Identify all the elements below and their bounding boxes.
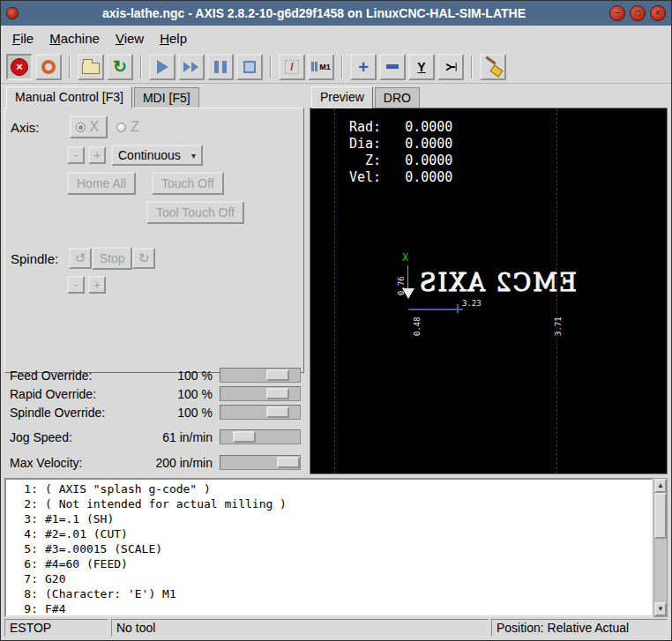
extent-dim-323: 3.23 <box>462 299 482 308</box>
spindle-override-slider[interactable] <box>220 405 301 420</box>
run-step-button[interactable] <box>178 54 205 80</box>
feed-override-value: 100 % <box>144 369 220 383</box>
toolbar-separator <box>341 56 343 78</box>
gcode-line[interactable]: 1:( AXIS "splash g-code" ) <box>6 481 652 496</box>
estop-button[interactable]: × <box>6 54 33 80</box>
tab-preview[interactable]: Preview <box>311 86 373 108</box>
gcode-line[interactable]: 7:G20 <box>6 571 652 586</box>
gcode-area: 1:( AXIS "splash g-code" ) 2:( Not inten… <box>4 478 668 617</box>
tab-dro[interactable]: DRO <box>375 87 420 108</box>
status-estop: ESTOP <box>4 619 108 637</box>
spindle-stop-button[interactable]: Stop <box>92 247 132 270</box>
gcode-line[interactable]: 8:(Character: 'E') M1 <box>6 586 652 601</box>
rapid-override-row: Rapid Override: 100 % <box>10 384 302 403</box>
spindle-forward-button[interactable]: ↻ <box>132 248 155 269</box>
gcode-line[interactable]: 9:F#4 <box>6 601 652 616</box>
zoom-out-button[interactable] <box>379 54 406 80</box>
line-number: 4: <box>6 526 38 541</box>
slider-handle[interactable] <box>233 431 256 443</box>
feed-override-slider[interactable] <box>220 368 301 383</box>
optional-pause-icon: M1 <box>311 62 331 71</box>
tool-touch-off-button[interactable]: Tool Touch Off <box>146 201 244 224</box>
view-y2-button[interactable]: Y <box>437 54 464 80</box>
max-velocity-slider[interactable] <box>220 455 301 470</box>
axis-window: axis-lathe.ngc - AXIS 2.8.2-10-g6d29f145… <box>0 0 672 641</box>
spindle-override-label: Spindle Override: <box>10 406 105 420</box>
skip-lines-toggle-button[interactable]: / <box>279 54 305 80</box>
z-axis-line <box>408 309 463 310</box>
gcode-line[interactable]: 3:#1=.1 (SH) <box>6 511 652 526</box>
right-panel: Preview DRO Rad: 0.0000Dia: 0.0000 Z: 0.… <box>310 86 668 474</box>
tab-manual-control[interactable]: Manual Control [F3] <box>6 86 132 108</box>
minimize-button[interactable]: − <box>609 5 625 21</box>
spindle-reverse-button[interactable]: ↺ <box>69 248 92 269</box>
gcode-line[interactable]: 4:#2=.01 (CUT) <box>6 526 652 541</box>
scroll-down-icon[interactable]: ▼ <box>654 602 667 616</box>
optional-pause-toggle-button[interactable]: M1 <box>308 54 334 80</box>
run-program-button[interactable] <box>149 54 175 80</box>
line-number: 5: <box>6 541 38 556</box>
tab-mdi[interactable]: MDI [F5] <box>134 87 199 108</box>
jog-plus-button[interactable]: + <box>88 146 106 164</box>
scroll-trough[interactable] <box>654 493 667 602</box>
rapid-override-slider[interactable] <box>220 386 301 401</box>
clear-plot-button[interactable] <box>480 54 506 80</box>
tool-touch-off-row: Tool Touch Off <box>146 201 298 224</box>
right-tabs: Preview DRO <box>310 86 668 108</box>
maximize-button[interactable]: □ <box>630 5 646 21</box>
gcode-line[interactable]: 2:( Not intended for actual milling ) <box>6 496 652 511</box>
menu-machine[interactable]: Machine <box>41 27 108 49</box>
zoom-in-button[interactable]: + <box>350 54 377 80</box>
line-number: 1: <box>6 481 38 496</box>
pause-button[interactable] <box>207 54 234 80</box>
menu-file[interactable]: File <box>4 27 41 49</box>
stop-icon <box>243 61 256 73</box>
dro-readout: Rad: 0.0000Dia: 0.0000 Z: 0.0000Vel: 0.0… <box>349 119 452 186</box>
gcode-line[interactable]: 5:#3=.00015 (SCALE) <box>6 541 652 556</box>
line-text: ( Not intended for actual milling ) <box>45 496 287 511</box>
slider-handle[interactable] <box>277 457 300 468</box>
scroll-thumb[interactable] <box>654 493 667 539</box>
axis-x-radio[interactable]: X <box>70 116 108 138</box>
max-velocity-label: Max Velocity: <box>10 456 82 470</box>
block-delete-icon: / <box>285 60 299 74</box>
scroll-up-icon[interactable]: ▲ <box>654 479 667 493</box>
splash-gcode-preview-text: EMC2 AXIS <box>418 269 577 296</box>
line-text: #2=.01 (CUT) <box>45 526 128 541</box>
gcode-listing[interactable]: 1:( AXIS "splash g-code" ) 2:( Not inten… <box>4 478 653 617</box>
jog-increment-dropdown[interactable]: Continuous ▾ <box>111 145 203 166</box>
slider-handle[interactable] <box>266 369 289 381</box>
menu-view[interactable]: View <box>108 27 152 49</box>
touch-off-button[interactable]: Touch Off <box>152 172 224 195</box>
gcode-scrollbar[interactable]: ▲ ▼ <box>653 478 668 617</box>
jog-minus-button[interactable]: - <box>67 146 85 164</box>
main-area: Manual Control [F3] MDI [F5] Axis: X Z <box>1 84 671 478</box>
left-tabs: Manual Control [F3] MDI [F5] <box>4 86 304 108</box>
home-all-button[interactable]: Home All <box>67 172 136 195</box>
close-button[interactable]: × <box>650 5 666 21</box>
view-y-button[interactable]: Y <box>408 54 435 80</box>
jog-speed-slider[interactable] <box>220 429 301 444</box>
axis-row: Axis: X Z <box>11 116 298 138</box>
spindle-minus-button[interactable]: - <box>67 276 85 294</box>
reload-file-button[interactable]: ↻ <box>107 54 133 80</box>
window-menu-icon[interactable] <box>6 7 19 19</box>
spindle-plus-button[interactable]: + <box>88 276 106 294</box>
preview-canvas[interactable]: Rad: 0.0000Dia: 0.0000 Z: 0.0000Vel: 0.0… <box>310 108 668 474</box>
axis-z-radio[interactable]: Z <box>116 119 139 135</box>
open-file-button[interactable] <box>78 54 104 80</box>
slider-handle[interactable] <box>266 406 289 418</box>
reload-icon: ↻ <box>113 59 127 75</box>
power-icon <box>41 60 56 74</box>
jog-speed-value: 61 in/min <box>144 430 220 444</box>
stop-program-button[interactable] <box>236 54 263 80</box>
line-text: F#4 <box>45 601 65 616</box>
tool-axis-line <box>407 265 408 288</box>
line-number: 2: <box>6 496 38 511</box>
gcode-line[interactable]: 6:#4=60 (FEED) <box>6 556 652 571</box>
slider-handle[interactable] <box>266 388 289 399</box>
x-axis-label: X <box>402 251 408 264</box>
titlebar[interactable]: axis-lathe.ngc - AXIS 2.8.2-10-g6d29f145… <box>1 1 671 26</box>
menu-help[interactable]: Help <box>152 27 195 49</box>
machine-power-button[interactable] <box>35 54 62 80</box>
